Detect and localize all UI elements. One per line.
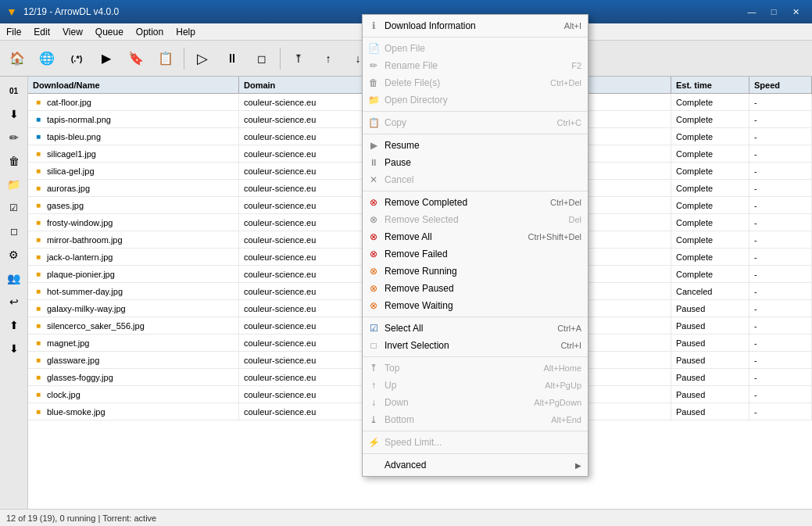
menu-help[interactable]: Help — [170, 25, 202, 39]
table-row[interactable]: ■ jack-o-lantern.jpg couleur-science.eu … — [28, 249, 812, 266]
close-button[interactable]: ✕ — [785, 4, 806, 20]
file-icon: ■ — [33, 97, 44, 108]
cell-speed: - — [749, 249, 812, 265]
table-row[interactable]: ■ frosty-window.jpg couleur-science.eu 1… — [28, 214, 812, 231]
table-row[interactable]: ■ plaque-pionier.jpg couleur-science.eu … — [28, 266, 812, 283]
toolbar-start[interactable]: ▷ — [188, 45, 216, 73]
cell-size: 5 KB — [380, 94, 671, 110]
menu-edit[interactable]: Edit — [27, 25, 56, 39]
cell-domain: couleur-science.eu — [239, 163, 380, 179]
table-row[interactable]: ■ hot-summer-day.jpg couleur-science.eu … — [28, 283, 812, 300]
cell-size — [380, 300, 671, 317]
toolbar-down[interactable]: ↓ — [344, 45, 372, 73]
file-icon: ■ — [33, 183, 44, 194]
cell-speed: - — [749, 352, 812, 368]
toolbar-separator-2 — [280, 48, 281, 70]
table-row[interactable]: ■ blue-smoke.jpg couleur-science.eu Paus… — [28, 403, 812, 420]
cell-status: Paused — [671, 317, 749, 334]
cell-name: ■ tapis-bleu.png — [28, 128, 239, 145]
table-row[interactable]: ■ cat-floor.jpg couleur-science.eu 5 KB … — [28, 94, 812, 111]
toolbar-regex[interactable]: (.*) — [63, 45, 91, 73]
table-row[interactable]: ■ galaxy-milky-way.jpg couleur-science.e… — [28, 300, 812, 317]
table-row[interactable]: ■ glasses-foggy.jpg couleur-science.eu P… — [28, 369, 812, 386]
table-row[interactable]: ■ silicagel1.jpg couleur-science.eu 3 KB… — [28, 145, 812, 163]
table-row[interactable]: ■ mirror-bathroom.jpg couleur-science.eu… — [28, 231, 812, 249]
table-row[interactable]: ■ clock.jpg couleur-science.eu Paused - — [28, 386, 812, 403]
toolbar-stop[interactable]: ◻ — [248, 45, 276, 73]
cell-status: Canceled — [671, 283, 749, 299]
table-row[interactable]: ■ glassware.jpg couleur-science.eu Pause… — [28, 352, 812, 369]
cell-speed: - — [749, 197, 812, 213]
toolbar-media[interactable]: ▶ — [92, 45, 120, 73]
cell-status: Paused — [671, 403, 749, 420]
file-icon: ■ — [33, 389, 44, 400]
menu-file[interactable]: File — [0, 25, 27, 39]
cell-status: Complete — [671, 128, 749, 145]
table-row[interactable]: ■ gases.jpg couleur-science.eu 5 KB Comp… — [28, 197, 812, 214]
sidebar-btn-11[interactable]: ⬆ — [3, 314, 25, 336]
table-row[interactable]: ■ magnet.jpg couleur-science.eu Paused - — [28, 335, 812, 352]
cell-domain: couleur-science.eu — [239, 369, 380, 385]
sidebar-btn-1[interactable]: 01 — [3, 80, 25, 102]
cell-status: Complete — [671, 197, 749, 213]
cell-name: ■ silencerco_saker_556.jpg — [28, 317, 239, 334]
cell-status: Complete — [671, 266, 749, 282]
cell-status: Paused — [671, 352, 749, 368]
sidebar-btn-5[interactable]: 📁 — [3, 174, 25, 195]
sidebar-btn-2[interactable]: ⬇ — [3, 103, 25, 125]
cell-size: 2 KB — [380, 163, 671, 179]
table-row[interactable]: ■ tapis-normal.png couleur-science.eu 1 … — [28, 111, 812, 128]
cell-status: Paused — [671, 300, 749, 317]
sidebar-btn-7[interactable]: ◻ — [3, 220, 25, 242]
file-icon: ■ — [33, 286, 44, 297]
toolbar-up[interactable]: ↑ — [314, 45, 342, 73]
cell-speed: - — [749, 386, 812, 403]
toolbar-web[interactable]: 🌐 — [33, 45, 61, 73]
table-row[interactable]: ■ tapis-bleu.png couleur-science.eu 4 KB… — [28, 128, 812, 145]
menu-view[interactable]: View — [56, 25, 89, 39]
cell-speed: - — [749, 163, 812, 179]
sidebar-btn-4[interactable]: 🗑 — [3, 150, 25, 172]
file-icon: ■ — [33, 114, 44, 125]
sidebar-btn-3[interactable]: ✏ — [3, 127, 25, 148]
sidebar-btn-12[interactable]: ⬇ — [3, 338, 25, 360]
cell-speed: - — [749, 283, 812, 299]
sidebar-btn-10[interactable]: ↩ — [3, 291, 25, 313]
cell-domain: couleur-science.eu — [239, 403, 380, 420]
cell-size — [380, 403, 671, 420]
menu-queue[interactable]: Queue — [89, 25, 130, 39]
cell-size: 5 KB — [380, 266, 671, 282]
cell-size: 3 KB — [380, 180, 671, 196]
table-row[interactable]: ■ silencerco_saker_556.jpg couleur-scien… — [28, 317, 812, 335]
cell-domain: couleur-science.eu — [239, 180, 380, 196]
toolbar-pause[interactable]: ⏸ — [218, 45, 246, 73]
table-row[interactable]: ■ silica-gel.jpg couleur-science.eu 2 KB… — [28, 163, 812, 180]
toolbar-home[interactable]: 🏠 — [3, 45, 31, 73]
cell-name: ■ plaque-pionier.jpg — [28, 266, 239, 282]
sidebar-btn-9[interactable]: 👥 — [3, 267, 25, 289]
toolbar-add[interactable]: ➕ — [410, 45, 438, 73]
file-icon: ■ — [33, 303, 44, 314]
toolbar-up-top[interactable]: ⤒ — [284, 45, 313, 73]
cell-domain: couleur-science.eu — [239, 249, 380, 265]
cell-size — [380, 283, 671, 299]
table-header: Download/Name Domain Size Est. time Spee… — [28, 77, 812, 94]
cell-size: 1 KB — [380, 111, 671, 127]
sidebar-btn-6[interactable]: ☑ — [3, 197, 25, 219]
minimize-button[interactable]: — — [742, 4, 762, 20]
menu-option[interactable]: Option — [130, 25, 170, 39]
header-domain: Domain — [239, 77, 380, 93]
table-body: ■ cat-floor.jpg couleur-science.eu 5 KB … — [28, 94, 812, 509]
toolbar-clipboard[interactable]: 📋 — [152, 45, 180, 73]
sidebar-btn-8[interactable]: ⚙ — [3, 244, 25, 266]
toolbar-bookmark[interactable]: 🔖 — [122, 45, 150, 73]
cell-name: ■ frosty-window.jpg — [28, 214, 239, 231]
cell-status: Complete — [671, 231, 749, 248]
table-row[interactable]: ■ auroras.jpg couleur-science.eu 3 KB Co… — [28, 180, 812, 197]
cell-size — [380, 369, 671, 385]
cell-size: 3 KB — [380, 145, 671, 162]
header-size: Size — [380, 77, 671, 93]
cell-name: ■ silica-gel.jpg — [28, 163, 239, 179]
maximize-button[interactable]: □ — [764, 4, 784, 20]
toolbar-down-bottom[interactable]: ⤓ — [374, 45, 402, 73]
